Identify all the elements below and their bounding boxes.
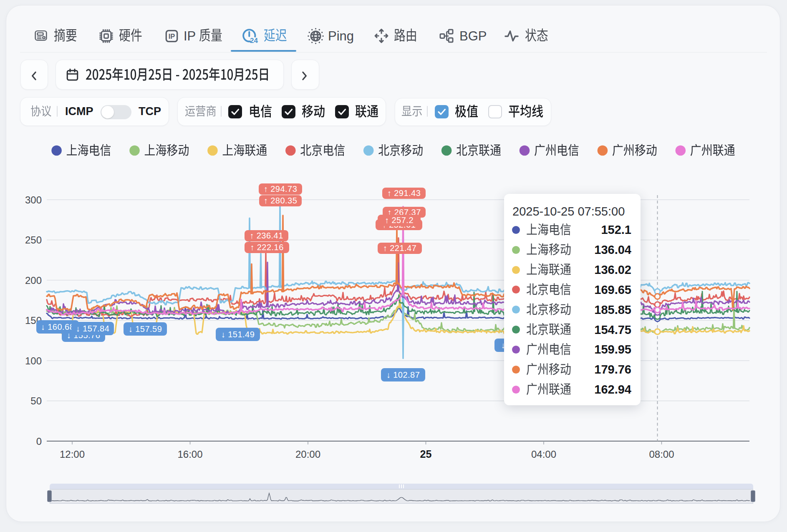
svg-text:300: 300 <box>25 194 42 206</box>
svg-text:IP: IP <box>169 33 175 40</box>
svg-text:04:00: 04:00 <box>531 449 556 460</box>
svg-text:250: 250 <box>25 234 42 246</box>
svg-text:50: 50 <box>30 395 42 407</box>
svg-text:0: 0 <box>36 436 42 447</box>
svg-text:16:00: 16:00 <box>177 449 202 460</box>
svg-text:IP: IP <box>184 29 196 43</box>
svg-text:100: 100 <box>25 355 42 366</box>
svg-text:Ping: Ping <box>328 29 354 43</box>
svg-text:25: 25 <box>420 448 432 460</box>
svg-text:BGP: BGP <box>459 29 487 43</box>
svg-text:20:00: 20:00 <box>295 449 320 460</box>
svg-text:24: 24 <box>250 37 258 45</box>
svg-text:200: 200 <box>25 275 42 286</box>
svg-text:08:00: 08:00 <box>649 449 674 460</box>
svg-text:12:00: 12:00 <box>60 449 85 460</box>
